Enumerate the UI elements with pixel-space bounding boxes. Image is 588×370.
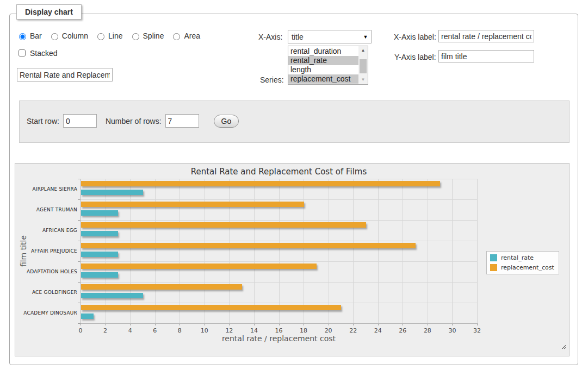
chart-type-radio-bar[interactable] — [19, 33, 26, 40]
gridline — [81, 303, 477, 303]
gridline — [130, 179, 131, 323]
stacked-checkbox[interactable] — [18, 49, 26, 57]
number-of-rows-label: Number of rows: — [106, 117, 162, 126]
y-category-label: AFFAIR PREJUDICE — [18, 241, 77, 261]
gridline — [279, 179, 280, 323]
x-tick-label: 12 — [218, 327, 240, 334]
x-tick — [477, 323, 478, 325]
x-tick-label: 30 — [441, 327, 463, 334]
resize-handle-icon[interactable] — [560, 343, 566, 349]
chart-type-option-spline[interactable]: Spline — [129, 32, 164, 40]
legend-label: replacement_cost — [501, 264, 554, 271]
chart-type-label: Line — [108, 32, 122, 40]
legend-swatch-rental_rate — [490, 254, 497, 261]
chart-type-option-bar[interactable]: Bar — [16, 32, 42, 40]
gridline — [155, 179, 156, 323]
x-tick-label: 0 — [70, 327, 91, 334]
go-button[interactable]: Go — [214, 115, 239, 128]
y-category-label: ACADEMY DINOSAUR — [18, 303, 77, 323]
x-axis-selected-value: title — [288, 33, 360, 41]
gridline — [81, 199, 477, 200]
bar-rental_rate-agent-truman — [81, 210, 118, 216]
y-tick — [78, 179, 81, 179]
y-tick — [78, 199, 81, 200]
y-axis-label-field-label: Y-Axis label: — [394, 53, 436, 61]
x-tick-label: 2 — [95, 327, 116, 334]
chart-type-label: Bar — [30, 32, 42, 40]
series-option-length[interactable]: length — [288, 65, 358, 74]
bar-replacement_cost-agent-truman — [81, 202, 304, 207]
gridline — [477, 179, 478, 323]
chart-type-radio-line[interactable] — [97, 33, 104, 40]
series-option-rental_duration[interactable]: rental_duration — [288, 47, 358, 56]
stacked-checkbox-row: Stacked — [16, 48, 58, 58]
y-tick — [78, 282, 81, 283]
bar-rental_rate-african-egg — [81, 231, 118, 236]
x-tick-label: 22 — [342, 327, 364, 334]
series-option-rental_rate[interactable]: rental_rate — [288, 56, 358, 65]
y-axis-label-input[interactable] — [438, 50, 534, 62]
legend-entry: rental_rate — [490, 254, 554, 261]
gridline — [229, 179, 230, 323]
x-axis-label-field-label: X-Axis label: — [394, 33, 436, 41]
x-tick-label: 28 — [417, 327, 438, 334]
x-tick-label: 26 — [392, 327, 413, 334]
bar-replacement_cost-ace-goldfinger — [81, 284, 242, 290]
series-list-label: Series: — [260, 76, 284, 84]
series-list-scrollbar[interactable]: ▲ ▼ — [358, 46, 368, 84]
legend-swatch-replacement_cost — [490, 264, 497, 271]
gridline — [81, 261, 477, 262]
chart-type-label: Spline — [143, 32, 164, 40]
gridline — [428, 179, 428, 323]
gridline — [106, 179, 106, 323]
y-category-label: AIRPLANE SIERRA — [18, 179, 77, 199]
chart-title: Rental Rate and Replacement Cost of Film… — [81, 167, 477, 177]
gridline — [81, 179, 477, 179]
chart-type-option-area[interactable]: Area — [170, 32, 200, 40]
start-row-label: Start row: — [27, 117, 59, 126]
chart-plot-area — [81, 179, 477, 323]
scroll-down-icon[interactable]: ▼ — [358, 76, 368, 84]
gridline — [353, 179, 354, 323]
x-tick-label: 6 — [144, 327, 166, 334]
x-axis-label-input[interactable] — [438, 30, 534, 42]
chart-type-option-line[interactable]: Line — [95, 32, 122, 40]
gridline — [452, 179, 453, 323]
gridline — [81, 282, 477, 283]
start-row-input[interactable] — [63, 114, 97, 128]
chart-x-axis-title: rental rate / replacement cost — [81, 334, 477, 343]
chart-legend: rental_ratereplacement_cost — [486, 251, 559, 274]
legend-label: rental_rate — [501, 254, 534, 261]
gridline — [205, 179, 205, 323]
x-tick-label: 14 — [243, 327, 265, 334]
dropdown-arrow-icon: ▼ — [360, 34, 371, 40]
bar-replacement_cost-adaptation-holes — [81, 264, 317, 269]
series-option-replacement_cost[interactable]: replacement_cost — [288, 74, 358, 84]
y-tick — [78, 323, 81, 324]
panel-title: Display chart — [16, 4, 82, 20]
chart-title-input[interactable] — [17, 68, 113, 81]
gridline — [403, 179, 403, 323]
bar-rental_rate-affair-prejudice — [81, 252, 118, 257]
bar-replacement_cost-airplane-sierra — [81, 181, 440, 186]
scroll-up-icon[interactable]: ▲ — [358, 46, 368, 55]
chart-type-radio-column[interactable] — [51, 33, 58, 40]
y-category-label: AGENT TRUMAN — [18, 199, 77, 220]
number-of-rows-input[interactable] — [165, 114, 199, 128]
chart-type-option-column[interactable]: Column — [48, 32, 88, 40]
chart-type-label: Column — [62, 32, 88, 40]
series-multiselect[interactable]: rental_durationrental_ratelengthreplacem… — [288, 46, 368, 85]
chart-type-radio-area[interactable] — [173, 33, 180, 40]
x-axis-select[interactable]: title ▼ — [288, 30, 372, 43]
y-tick — [78, 241, 81, 241]
y-category-label: ACE GOLDFINGER — [18, 282, 77, 303]
y-tick — [78, 303, 81, 303]
x-axis-select-label: X-Axis: — [258, 33, 282, 41]
row-range-panel: Start row: Number of rows: Go — [19, 101, 570, 143]
bar-rental_rate-adaptation-holes — [81, 272, 118, 278]
bar-replacement_cost-academy-dinosaur — [81, 305, 341, 310]
x-tick-label: 20 — [318, 327, 339, 334]
scrollbar-thumb[interactable] — [360, 59, 367, 73]
gridline — [81, 220, 477, 221]
chart-type-radio-spline[interactable] — [132, 33, 139, 40]
